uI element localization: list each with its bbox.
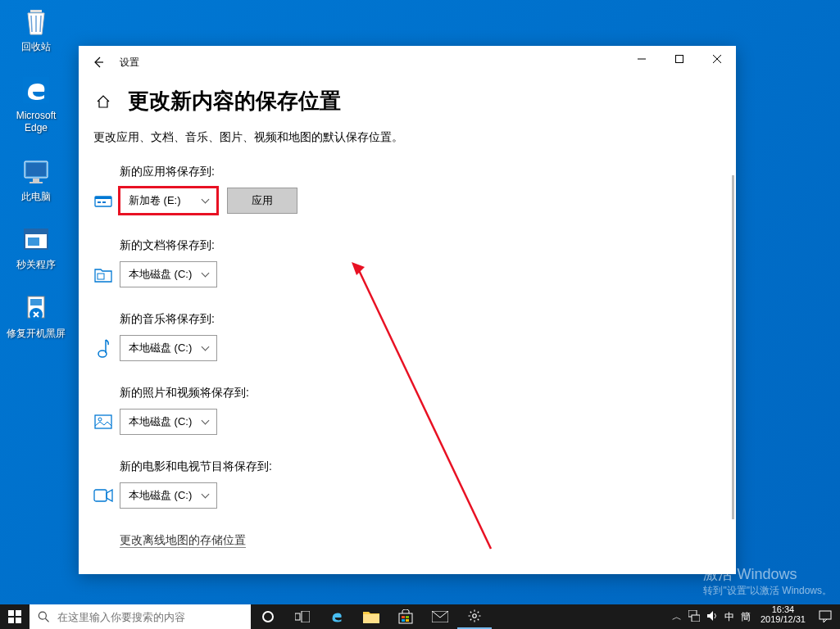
apps-icon (93, 193, 113, 208)
svg-rect-34 (406, 616, 409, 618)
offline-maps-link[interactable]: 更改离线地图的存储位置 (120, 533, 710, 548)
window-icon (18, 221, 54, 257)
taskbar-edge[interactable] (320, 604, 354, 629)
title-bar: 设置 (79, 46, 736, 79)
svg-rect-15 (98, 201, 101, 203)
activation-watermark: 激活 Windows 转到"设置"以激活 Windows。 (703, 564, 832, 598)
back-button[interactable] (85, 49, 111, 75)
settings-window: 设置 更改新内容的保存位置 更改应用、文档、音乐、图片、视频和地图的默认保存位置… (79, 46, 736, 574)
svg-rect-16 (102, 201, 106, 203)
taskbar-store[interactable] (388, 604, 423, 629)
drive-select[interactable]: 本地磁盘 (C:) (120, 261, 217, 287)
photos-icon (93, 414, 113, 429)
svg-point-20 (98, 418, 102, 421)
taskbar-clock[interactable]: 16:34 2019/12/31 (756, 604, 810, 629)
save-location-group: 新的应用将保存到:新加卷 (E:)应用 (120, 165, 710, 214)
svg-rect-3 (26, 163, 46, 176)
recycle-bin-icon (18, 3, 54, 39)
repair-icon (18, 290, 54, 326)
search-icon (38, 610, 49, 623)
desktop-icon-fixblack[interactable]: 修复开机黑屏 (7, 290, 66, 341)
search-input[interactable] (57, 611, 243, 623)
group-label: 新的音乐将保存到: (120, 312, 710, 327)
svg-rect-14 (95, 197, 111, 199)
notification-button[interactable] (810, 604, 840, 629)
desktop-icon-edge[interactable]: Microsoft Edge (7, 72, 66, 135)
svg-rect-40 (692, 615, 700, 622)
svg-rect-5 (30, 182, 43, 183)
page-title: 更改新内容的保存位置 (128, 87, 341, 115)
svg-point-18 (98, 351, 107, 357)
svg-rect-36 (406, 619, 409, 622)
drive-select[interactable]: 本地磁盘 (C:) (120, 335, 217, 361)
close-button[interactable] (698, 46, 736, 72)
svg-rect-31 (363, 614, 379, 623)
drive-select[interactable]: 本地磁盘 (C:) (120, 409, 217, 435)
group-label: 新的应用将保存到: (120, 165, 710, 179)
svg-rect-24 (8, 610, 14, 616)
svg-rect-26 (8, 618, 14, 623)
video-icon (93, 489, 113, 502)
apply-button[interactable]: 应用 (227, 188, 297, 214)
taskbar: ︿ 中 簡 16:34 2019/12/31 (0, 604, 840, 629)
svg-rect-41 (820, 611, 831, 619)
save-location-group: 新的照片和视频将保存到:本地磁盘 (C:) (120, 386, 710, 435)
tray-network-icon[interactable] (688, 610, 700, 624)
save-location-group: 新的文档将保存到:本地磁盘 (C:) (120, 238, 710, 287)
start-button[interactable] (0, 604, 30, 629)
desktop-icon-pc[interactable]: 此电脑 (7, 153, 66, 204)
taskbar-explorer[interactable] (354, 604, 388, 629)
svg-rect-0 (30, 10, 42, 12)
svg-rect-25 (16, 610, 21, 616)
chevron-down-icon (202, 343, 210, 351)
taskbar-search[interactable] (30, 604, 251, 629)
page-subtitle: 更改应用、文档、音乐、图片、视频和地图的默认保存位置。 (93, 130, 710, 145)
chevron-down-icon (202, 417, 210, 425)
tray-volume-icon[interactable] (706, 610, 718, 624)
group-label: 新的照片和视频将保存到: (120, 386, 710, 400)
music-icon (93, 338, 113, 358)
svg-point-38 (473, 614, 477, 618)
group-label: 新的文档将保存到: (120, 238, 710, 253)
tray-ime2[interactable]: 簡 (741, 610, 751, 624)
maximize-button[interactable] (661, 46, 698, 72)
save-location-group: 新的电影和电视节目将保存到:本地磁盘 (C:) (120, 459, 710, 509)
svg-rect-10 (30, 299, 42, 305)
svg-rect-35 (402, 619, 405, 622)
chevron-down-icon (202, 491, 210, 499)
svg-point-28 (39, 612, 46, 619)
taskbar-mail[interactable] (423, 604, 457, 629)
svg-rect-19 (95, 415, 111, 428)
svg-rect-7 (25, 229, 48, 234)
window-content: 更改新内容的保存位置 更改应用、文档、音乐、图片、视频和地图的默认保存位置。 新… (79, 79, 736, 574)
svg-rect-12 (676, 56, 683, 63)
system-tray: ︿ 中 簡 (667, 604, 756, 629)
window-title: 设置 (120, 56, 139, 70)
drive-select[interactable]: 新加卷 (E:) (120, 188, 217, 214)
group-label: 新的电影和电视节目将保存到: (120, 459, 710, 474)
edge-icon (18, 72, 54, 108)
svg-rect-33 (402, 616, 405, 618)
tray-chevron-icon[interactable]: ︿ (672, 610, 682, 624)
svg-rect-29 (295, 613, 300, 620)
save-location-group: 新的音乐将保存到:本地磁盘 (C:) (120, 312, 710, 361)
taskbar-settings[interactable] (457, 604, 492, 629)
chevron-down-icon (202, 196, 210, 204)
home-button[interactable] (93, 92, 113, 111)
tray-ime1[interactable]: 中 (724, 610, 734, 624)
svg-rect-8 (28, 238, 39, 246)
svg-rect-30 (302, 611, 310, 622)
task-view-button[interactable] (285, 604, 320, 629)
docs-icon (93, 266, 113, 283)
chevron-down-icon (202, 269, 210, 278)
scrollbar-thumb[interactable] (732, 175, 734, 519)
cortana-button[interactable] (251, 604, 285, 629)
minimize-button[interactable] (623, 46, 661, 72)
desktop-icon-recycle[interactable]: 回收站 (7, 3, 66, 54)
svg-rect-17 (98, 274, 104, 279)
desktop-icon-secclose[interactable]: 秒关程序 (7, 221, 66, 272)
computer-icon (18, 153, 54, 189)
drive-select[interactable]: 本地磁盘 (C:) (120, 482, 217, 509)
svg-rect-27 (16, 618, 21, 623)
svg-rect-4 (33, 179, 39, 182)
